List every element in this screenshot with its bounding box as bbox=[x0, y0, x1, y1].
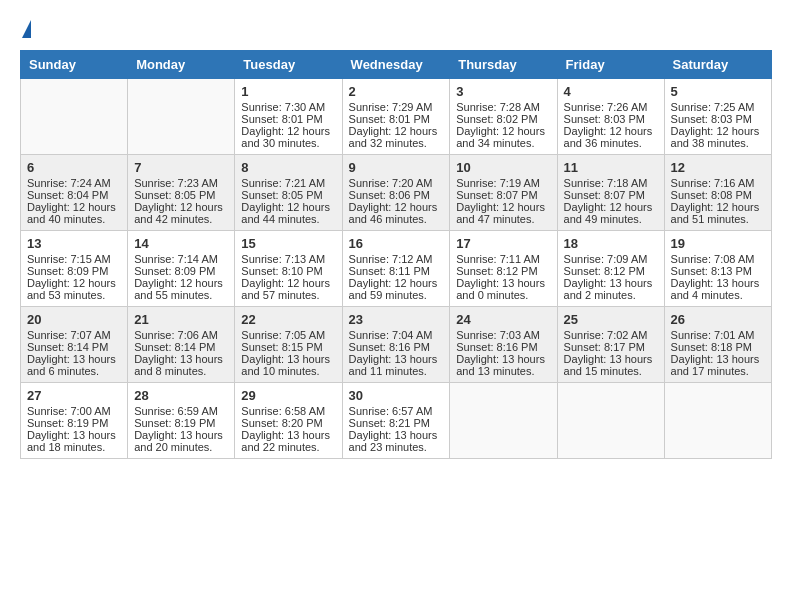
sunset-text: Sunset: 8:12 PM bbox=[564, 265, 645, 277]
sunset-text: Sunset: 8:07 PM bbox=[456, 189, 537, 201]
sunset-text: Sunset: 8:16 PM bbox=[456, 341, 537, 353]
daylight-text: Daylight: 12 hours and 36 minutes. bbox=[564, 125, 653, 149]
calendar-cell: 22Sunrise: 7:05 AMSunset: 8:15 PMDayligh… bbox=[235, 307, 342, 383]
calendar-cell: 8Sunrise: 7:21 AMSunset: 8:05 PMDaylight… bbox=[235, 155, 342, 231]
day-header-friday: Friday bbox=[557, 51, 664, 79]
calendar-week-row: 6Sunrise: 7:24 AMSunset: 8:04 PMDaylight… bbox=[21, 155, 772, 231]
sunset-text: Sunset: 8:18 PM bbox=[671, 341, 752, 353]
sunrise-text: Sunrise: 7:24 AM bbox=[27, 177, 111, 189]
sunset-text: Sunset: 8:06 PM bbox=[349, 189, 430, 201]
daylight-text: Daylight: 12 hours and 46 minutes. bbox=[349, 201, 438, 225]
calendar-cell: 6Sunrise: 7:24 AMSunset: 8:04 PMDaylight… bbox=[21, 155, 128, 231]
sunset-text: Sunset: 8:19 PM bbox=[27, 417, 108, 429]
daylight-text: Daylight: 13 hours and 23 minutes. bbox=[349, 429, 438, 453]
sunrise-text: Sunrise: 7:28 AM bbox=[456, 101, 540, 113]
sunrise-text: Sunrise: 7:19 AM bbox=[456, 177, 540, 189]
day-number: 25 bbox=[564, 312, 658, 327]
sunset-text: Sunset: 8:16 PM bbox=[349, 341, 430, 353]
sunset-text: Sunset: 8:15 PM bbox=[241, 341, 322, 353]
calendar-cell: 16Sunrise: 7:12 AMSunset: 8:11 PMDayligh… bbox=[342, 231, 450, 307]
sunset-text: Sunset: 8:13 PM bbox=[671, 265, 752, 277]
day-number: 17 bbox=[456, 236, 550, 251]
day-number: 19 bbox=[671, 236, 765, 251]
day-number: 22 bbox=[241, 312, 335, 327]
sunset-text: Sunset: 8:14 PM bbox=[134, 341, 215, 353]
sunrise-text: Sunrise: 7:06 AM bbox=[134, 329, 218, 341]
sunrise-text: Sunrise: 6:57 AM bbox=[349, 405, 433, 417]
daylight-text: Daylight: 12 hours and 59 minutes. bbox=[349, 277, 438, 301]
day-number: 10 bbox=[456, 160, 550, 175]
calendar-cell: 15Sunrise: 7:13 AMSunset: 8:10 PMDayligh… bbox=[235, 231, 342, 307]
day-number: 29 bbox=[241, 388, 335, 403]
daylight-text: Daylight: 12 hours and 47 minutes. bbox=[456, 201, 545, 225]
sunrise-text: Sunrise: 7:15 AM bbox=[27, 253, 111, 265]
sunrise-text: Sunrise: 6:59 AM bbox=[134, 405, 218, 417]
day-header-wednesday: Wednesday bbox=[342, 51, 450, 79]
sunrise-text: Sunrise: 7:02 AM bbox=[564, 329, 648, 341]
sunset-text: Sunset: 8:14 PM bbox=[27, 341, 108, 353]
calendar-cell: 7Sunrise: 7:23 AMSunset: 8:05 PMDaylight… bbox=[128, 155, 235, 231]
daylight-text: Daylight: 12 hours and 40 minutes. bbox=[27, 201, 116, 225]
day-number: 12 bbox=[671, 160, 765, 175]
sunrise-text: Sunrise: 7:13 AM bbox=[241, 253, 325, 265]
sunrise-text: Sunrise: 7:08 AM bbox=[671, 253, 755, 265]
day-number: 30 bbox=[349, 388, 444, 403]
day-number: 6 bbox=[27, 160, 121, 175]
day-number: 8 bbox=[241, 160, 335, 175]
calendar-cell: 3Sunrise: 7:28 AMSunset: 8:02 PMDaylight… bbox=[450, 79, 557, 155]
calendar-cell bbox=[664, 383, 771, 459]
sunrise-text: Sunrise: 7:14 AM bbox=[134, 253, 218, 265]
sunrise-text: Sunrise: 6:58 AM bbox=[241, 405, 325, 417]
daylight-text: Daylight: 12 hours and 53 minutes. bbox=[27, 277, 116, 301]
daylight-text: Daylight: 13 hours and 6 minutes. bbox=[27, 353, 116, 377]
sunset-text: Sunset: 8:05 PM bbox=[241, 189, 322, 201]
day-number: 14 bbox=[134, 236, 228, 251]
day-number: 3 bbox=[456, 84, 550, 99]
calendar-header-row: SundayMondayTuesdayWednesdayThursdayFrid… bbox=[21, 51, 772, 79]
sunset-text: Sunset: 8:04 PM bbox=[27, 189, 108, 201]
calendar-cell: 13Sunrise: 7:15 AMSunset: 8:09 PMDayligh… bbox=[21, 231, 128, 307]
day-number: 4 bbox=[564, 84, 658, 99]
calendar-week-row: 13Sunrise: 7:15 AMSunset: 8:09 PMDayligh… bbox=[21, 231, 772, 307]
sunset-text: Sunset: 8:07 PM bbox=[564, 189, 645, 201]
calendar-cell: 29Sunrise: 6:58 AMSunset: 8:20 PMDayligh… bbox=[235, 383, 342, 459]
daylight-text: Daylight: 13 hours and 11 minutes. bbox=[349, 353, 438, 377]
sunrise-text: Sunrise: 7:25 AM bbox=[671, 101, 755, 113]
sunset-text: Sunset: 8:01 PM bbox=[241, 113, 322, 125]
day-number: 21 bbox=[134, 312, 228, 327]
day-number: 9 bbox=[349, 160, 444, 175]
calendar-cell bbox=[21, 79, 128, 155]
day-number: 23 bbox=[349, 312, 444, 327]
calendar-cell: 10Sunrise: 7:19 AMSunset: 8:07 PMDayligh… bbox=[450, 155, 557, 231]
calendar-cell: 9Sunrise: 7:20 AMSunset: 8:06 PMDaylight… bbox=[342, 155, 450, 231]
daylight-text: Daylight: 12 hours and 32 minutes. bbox=[349, 125, 438, 149]
daylight-text: Daylight: 12 hours and 30 minutes. bbox=[241, 125, 330, 149]
sunset-text: Sunset: 8:03 PM bbox=[564, 113, 645, 125]
sunset-text: Sunset: 8:09 PM bbox=[27, 265, 108, 277]
sunrise-text: Sunrise: 7:26 AM bbox=[564, 101, 648, 113]
sunrise-text: Sunrise: 7:20 AM bbox=[349, 177, 433, 189]
day-number: 28 bbox=[134, 388, 228, 403]
calendar-cell: 28Sunrise: 6:59 AMSunset: 8:19 PMDayligh… bbox=[128, 383, 235, 459]
sunset-text: Sunset: 8:03 PM bbox=[671, 113, 752, 125]
calendar-cell: 14Sunrise: 7:14 AMSunset: 8:09 PMDayligh… bbox=[128, 231, 235, 307]
calendar-cell: 12Sunrise: 7:16 AMSunset: 8:08 PMDayligh… bbox=[664, 155, 771, 231]
day-number: 16 bbox=[349, 236, 444, 251]
sunset-text: Sunset: 8:21 PM bbox=[349, 417, 430, 429]
day-number: 18 bbox=[564, 236, 658, 251]
day-number: 24 bbox=[456, 312, 550, 327]
daylight-text: Daylight: 13 hours and 2 minutes. bbox=[564, 277, 653, 301]
day-number: 26 bbox=[671, 312, 765, 327]
sunrise-text: Sunrise: 7:01 AM bbox=[671, 329, 755, 341]
sunset-text: Sunset: 8:09 PM bbox=[134, 265, 215, 277]
day-number: 11 bbox=[564, 160, 658, 175]
sunrise-text: Sunrise: 7:03 AM bbox=[456, 329, 540, 341]
daylight-text: Daylight: 12 hours and 49 minutes. bbox=[564, 201, 653, 225]
calendar-cell: 30Sunrise: 6:57 AMSunset: 8:21 PMDayligh… bbox=[342, 383, 450, 459]
sunrise-text: Sunrise: 7:16 AM bbox=[671, 177, 755, 189]
day-header-saturday: Saturday bbox=[664, 51, 771, 79]
day-number: 7 bbox=[134, 160, 228, 175]
calendar-cell: 19Sunrise: 7:08 AMSunset: 8:13 PMDayligh… bbox=[664, 231, 771, 307]
sunrise-text: Sunrise: 7:09 AM bbox=[564, 253, 648, 265]
day-number: 27 bbox=[27, 388, 121, 403]
